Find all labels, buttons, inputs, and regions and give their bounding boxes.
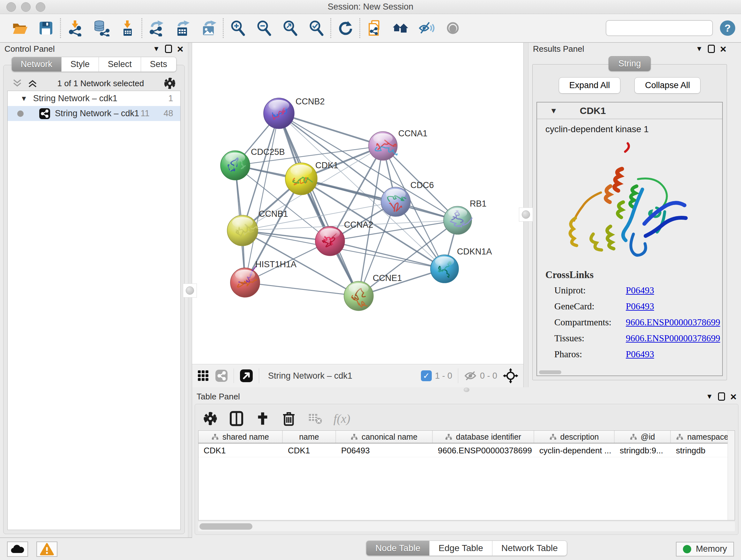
memory-button[interactable]: Memory: [676, 542, 734, 557]
network-options-gear-icon[interactable]: [163, 77, 176, 90]
import-table-file-button[interactable]: [118, 19, 136, 37]
crosslink-link[interactable]: P06493: [626, 301, 654, 312]
crosslink-link[interactable]: 9606.ENSP00000378699: [626, 317, 720, 327]
function-builder-button[interactable]: f(x): [333, 412, 350, 426]
node-CCNB2[interactable]: [264, 98, 294, 129]
table-panel-splitter[interactable]: [192, 387, 741, 390]
control-panel-menu-icon[interactable]: ▼: [153, 45, 160, 53]
table-cell[interactable]: CDK1: [199, 443, 283, 457]
show-hide-graphics-details-button[interactable]: [418, 19, 435, 37]
expand-all-icon[interactable]: [27, 78, 38, 88]
network-share-icon[interactable]: [215, 369, 228, 382]
column-header-database-identifier[interactable]: database identifier: [433, 431, 534, 443]
selected-checkbox-icon[interactable]: ✓: [421, 370, 432, 381]
node-CCNA2[interactable]: [315, 226, 345, 256]
help-button[interactable]: ?: [720, 20, 735, 36]
column-header-description[interactable]: description: [534, 431, 615, 443]
edge-CCNB2-HIST1H1A[interactable]: [245, 113, 279, 283]
select-columns-button[interactable]: [229, 411, 244, 426]
table-hscrollbar[interactable]: [198, 522, 735, 531]
node-CCNA1[interactable]: [368, 132, 397, 160]
node-HIST1H1A[interactable]: [230, 266, 260, 297]
expand-all-button[interactable]: Expand All: [559, 77, 621, 94]
tab-network-table[interactable]: Network Table: [492, 541, 567, 556]
splitter-handle[interactable]: [519, 207, 533, 222]
crosslink-link[interactable]: P06493: [626, 349, 654, 360]
results-panel-float-icon[interactable]: [708, 45, 715, 53]
tab-node-table[interactable]: Node Table: [366, 541, 429, 556]
node-CCNB1[interactable]: [227, 215, 258, 246]
string-protein-query-button[interactable]: [365, 19, 383, 37]
table-cell[interactable]: cyclin-dependent ...: [534, 443, 615, 457]
search-input[interactable]: [610, 23, 717, 33]
export-network-button[interactable]: [147, 19, 165, 37]
birdseye-icon[interactable]: [240, 369, 253, 382]
table-settings-button[interactable]: [203, 411, 218, 426]
tab-edge-table[interactable]: Edge Table: [429, 541, 492, 556]
zoom-selected-button[interactable]: [307, 19, 325, 37]
home-networks-button[interactable]: [392, 19, 409, 37]
table-vscrollbar[interactable]: [728, 431, 735, 520]
delete-column-button[interactable]: [281, 411, 296, 426]
column-header-shared-name[interactable]: shared name: [199, 431, 283, 443]
node-CDC25B[interactable]: [220, 151, 250, 180]
collapse-all-icon[interactable]: [12, 78, 23, 88]
export-image-button[interactable]: [200, 19, 218, 37]
import-network-database-button[interactable]: [92, 19, 110, 37]
column-header--id[interactable]: @id: [615, 431, 671, 443]
edge-CCNB2-CCNA1[interactable]: [279, 113, 383, 146]
column-header-name[interactable]: name: [283, 431, 336, 443]
table-panel-close-icon[interactable]: ×: [730, 392, 737, 401]
edge-HIST1H1A-CCNE1[interactable]: [245, 283, 359, 296]
table-panel-float-icon[interactable]: [718, 392, 725, 401]
network-row[interactable]: String Network – cdk1 11 48: [8, 106, 180, 121]
import-network-file-button[interactable]: [66, 19, 84, 37]
node-RB1[interactable]: [444, 206, 472, 234]
results-panel-splitter[interactable]: [523, 43, 529, 387]
control-panel-float-icon[interactable]: [165, 45, 172, 53]
tab-select[interactable]: Select: [99, 57, 141, 72]
pan-crosshair-icon[interactable]: [503, 368, 518, 383]
column-header-canonical-name[interactable]: canonical name: [336, 431, 433, 443]
zoom-in-button[interactable]: [229, 19, 247, 37]
table-cell[interactable]: stringdb:9...: [615, 443, 671, 457]
left-panel-splitter[interactable]: [188, 43, 192, 537]
save-session-button[interactable]: [37, 19, 55, 37]
birdseye-toggle-button[interactable]: [444, 19, 462, 37]
table-cell[interactable]: CDK1: [283, 443, 336, 457]
global-search-field[interactable]: [606, 20, 713, 36]
grid-mode-icon[interactable]: [197, 370, 209, 382]
refresh-view-button[interactable]: [336, 19, 354, 37]
column-header-namespace[interactable]: namespace: [671, 431, 735, 443]
results-panel-menu-icon[interactable]: ▼: [696, 45, 703, 53]
table-cell[interactable]: 9606.ENSP00000378699: [433, 443, 534, 457]
create-column-button[interactable]: [255, 411, 270, 426]
tab-sets[interactable]: Sets: [141, 57, 177, 72]
table-cell[interactable]: P06493: [336, 443, 433, 457]
crosslink-link[interactable]: P06493: [626, 285, 654, 296]
protein-card-hscrollbar[interactable]: [539, 370, 561, 374]
results-panel-close-icon[interactable]: ×: [720, 45, 726, 53]
collection-expand-icon[interactable]: ▼: [20, 95, 27, 103]
node-CDKN1A[interactable]: [430, 255, 459, 283]
export-table-button[interactable]: [174, 19, 192, 37]
node-CCNE1[interactable]: [344, 281, 374, 311]
tab-network[interactable]: Network: [11, 57, 62, 72]
splitter-handle[interactable]: [183, 284, 197, 298]
crosslink-link[interactable]: 9606.ENSP00000378699: [626, 333, 720, 344]
table-panel-menu-icon[interactable]: ▼: [706, 392, 713, 401]
open-session-button[interactable]: [11, 19, 29, 37]
table-row[interactable]: CDK1CDK1P064939606.ENSP00000378699cyclin…: [199, 443, 735, 457]
fit-content-button[interactable]: [281, 19, 299, 37]
tab-style[interactable]: Style: [62, 57, 99, 72]
table-cell[interactable]: stringdb: [671, 443, 735, 457]
protein-collapse-icon[interactable]: ▼: [550, 106, 557, 115]
tab-string[interactable]: String: [609, 56, 651, 71]
edge-CDK1-RB1[interactable]: [301, 179, 458, 220]
zoom-out-button[interactable]: [255, 19, 273, 37]
network-canvas[interactable]: CCNB2CCNA1CDC25BCDK1CDC6RB1CCNB1CCNA2CDK…: [192, 43, 523, 364]
warning-status-button[interactable]: [37, 542, 57, 557]
node-CDK1[interactable]: [285, 163, 317, 195]
collapse-all-button[interactable]: Collapse All: [634, 77, 700, 94]
control-panel-close-icon[interactable]: ×: [177, 45, 184, 53]
